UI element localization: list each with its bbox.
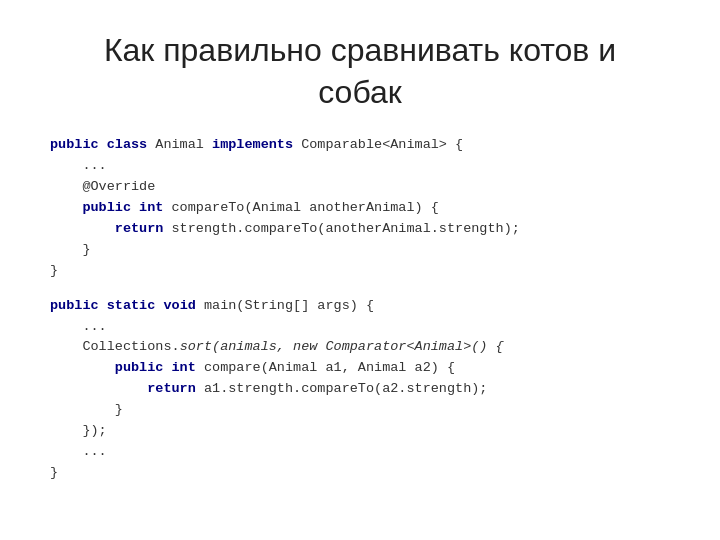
keyword: return	[115, 221, 164, 236]
code-line: ...	[50, 317, 680, 338]
code-line: }	[50, 463, 680, 484]
keyword: public class	[50, 137, 147, 152]
code-line: public int compareTo(Animal anotherAnima…	[50, 198, 680, 219]
page: Как правильно сравнивать котов и собак p…	[0, 0, 720, 540]
code-line: ...	[50, 156, 680, 177]
code-line: @Override	[50, 177, 680, 198]
title-line1: Как правильно сравнивать котов и	[104, 32, 616, 68]
page-title: Как правильно сравнивать котов и собак	[40, 30, 680, 113]
code-line: }	[50, 240, 680, 261]
italic-code: sort(animals, new Comparator<Animal>() {	[180, 339, 504, 354]
keyword: public	[50, 298, 99, 313]
code-line: return a1.strength.compareTo(a2.strength…	[50, 379, 680, 400]
keyword: implements	[212, 137, 293, 152]
keyword: public int	[115, 360, 196, 375]
code-line: public int compare(Animal a1, Animal a2)…	[50, 358, 680, 379]
code-line: }	[50, 400, 680, 421]
keyword: return	[147, 381, 196, 396]
code-line: Collections.sort(animals, new Comparator…	[50, 337, 680, 358]
code-line: ...	[50, 442, 680, 463]
code-line: public class Animal implements Comparabl…	[50, 135, 680, 156]
code-line: }	[50, 261, 680, 282]
code-line: return strength.compareTo(anotherAnimal.…	[50, 219, 680, 240]
title-line2: собак	[318, 74, 402, 110]
keyword: void	[163, 298, 195, 313]
keyword: public int	[82, 200, 163, 215]
code-line: });	[50, 421, 680, 442]
code-line: public static void main(String[] args) {	[50, 296, 680, 317]
keyword: static	[107, 298, 156, 313]
code-block: public class Animal implements Comparabl…	[40, 135, 680, 484]
